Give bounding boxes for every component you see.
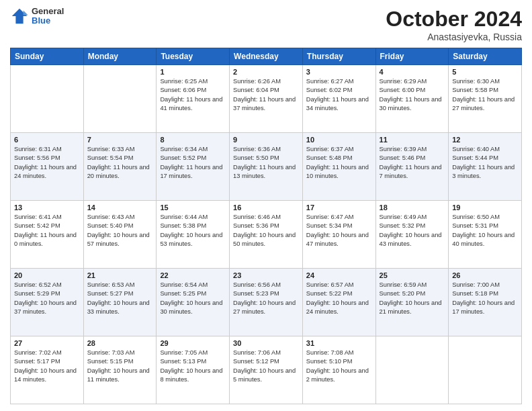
calendar-cell: 15Sunrise: 6:44 AM Sunset: 5:38 PM Dayli… (157, 201, 230, 269)
day-info: Sunrise: 6:43 AM Sunset: 5:40 PM Dayligh… (87, 213, 153, 249)
day-number: 10 (306, 136, 372, 144)
day-number: 7 (87, 136, 153, 144)
day-number: 1 (160, 68, 226, 76)
calendar-cell: 5Sunrise: 6:30 AM Sunset: 5:58 PM Daylig… (449, 65, 522, 133)
logo: General Blue (10, 7, 64, 26)
day-number: 12 (452, 136, 518, 144)
calendar-cell (449, 336, 522, 404)
calendar-cell: 18Sunrise: 6:49 AM Sunset: 5:32 PM Dayli… (375, 201, 449, 269)
calendar-cell: 20Sunrise: 6:52 AM Sunset: 5:29 PM Dayli… (11, 269, 84, 336)
calendar-cell: 27Sunrise: 7:02 AM Sunset: 5:17 PM Dayli… (11, 336, 84, 404)
day-info: Sunrise: 6:25 AM Sunset: 6:06 PM Dayligh… (160, 77, 226, 113)
calendar-week-4: 20Sunrise: 6:52 AM Sunset: 5:29 PM Dayli… (11, 269, 522, 336)
day-info: Sunrise: 7:08 AM Sunset: 5:10 PM Dayligh… (306, 349, 372, 385)
day-number: 4 (380, 68, 445, 76)
day-info: Sunrise: 6:26 AM Sunset: 6:04 PM Dayligh… (233, 77, 299, 113)
weekday-header-thursday: Thursday (302, 48, 375, 65)
day-info: Sunrise: 6:36 AM Sunset: 5:50 PM Dayligh… (233, 145, 299, 181)
day-info: Sunrise: 6:53 AM Sunset: 5:27 PM Dayligh… (87, 281, 153, 317)
calendar-cell: 4Sunrise: 6:29 AM Sunset: 6:00 PM Daylig… (375, 65, 449, 133)
calendar-cell: 17Sunrise: 6:47 AM Sunset: 5:34 PM Dayli… (302, 201, 375, 269)
calendar-week-5: 27Sunrise: 7:02 AM Sunset: 5:17 PM Dayli… (11, 336, 522, 404)
title-location: Anastasiyevka, Russia (386, 32, 522, 42)
calendar-cell: 10Sunrise: 6:37 AM Sunset: 5:48 PM Dayli… (302, 133, 375, 201)
weekday-header-sunday: Sunday (11, 48, 84, 65)
calendar-cell: 7Sunrise: 6:33 AM Sunset: 5:54 PM Daylig… (83, 133, 157, 201)
calendar-cell: 9Sunrise: 6:36 AM Sunset: 5:50 PM Daylig… (230, 133, 303, 201)
weekday-header-row: SundayMondayTuesdayWednesdayThursdayFrid… (11, 48, 522, 65)
day-info: Sunrise: 7:03 AM Sunset: 5:15 PM Dayligh… (87, 349, 153, 385)
day-number: 22 (160, 271, 226, 279)
day-number: 2 (233, 68, 299, 76)
day-number: 13 (14, 203, 80, 212)
calendar-cell: 19Sunrise: 6:50 AM Sunset: 5:31 PM Dayli… (449, 201, 522, 269)
weekday-header-tuesday: Tuesday (157, 48, 230, 65)
logo-general-text: General (32, 7, 64, 16)
calendar-cell: 25Sunrise: 6:59 AM Sunset: 5:20 PM Dayli… (375, 269, 449, 336)
calendar-week-3: 13Sunrise: 6:41 AM Sunset: 5:42 PM Dayli… (11, 201, 522, 269)
calendar-cell: 24Sunrise: 6:57 AM Sunset: 5:22 PM Dayli… (302, 269, 375, 336)
calendar-cell: 29Sunrise: 7:05 AM Sunset: 5:13 PM Dayli… (157, 336, 230, 404)
logo-blue-text: Blue (32, 16, 64, 26)
calendar-cell: 23Sunrise: 6:56 AM Sunset: 5:23 PM Dayli… (230, 269, 303, 336)
calendar-cell (11, 65, 84, 133)
day-number: 14 (87, 203, 153, 212)
day-number: 15 (160, 203, 226, 212)
calendar-cell: 21Sunrise: 6:53 AM Sunset: 5:27 PM Dayli… (83, 269, 157, 336)
calendar-cell: 11Sunrise: 6:39 AM Sunset: 5:46 PM Dayli… (375, 133, 449, 201)
title-month: October 2024 (386, 7, 522, 32)
day-info: Sunrise: 6:50 AM Sunset: 5:31 PM Dayligh… (452, 213, 518, 249)
svg-marker-0 (12, 9, 27, 24)
calendar-cell: 28Sunrise: 7:03 AM Sunset: 5:15 PM Dayli… (83, 336, 157, 404)
day-info: Sunrise: 6:52 AM Sunset: 5:29 PM Dayligh… (14, 281, 80, 317)
day-number: 21 (87, 271, 153, 279)
day-number: 18 (380, 203, 445, 212)
calendar-body: 1Sunrise: 6:25 AM Sunset: 6:06 PM Daylig… (11, 65, 522, 404)
calendar-cell: 2Sunrise: 6:26 AM Sunset: 6:04 PM Daylig… (230, 65, 303, 133)
weekday-header-saturday: Saturday (449, 48, 522, 65)
day-number: 25 (380, 271, 445, 279)
day-info: Sunrise: 6:57 AM Sunset: 5:22 PM Dayligh… (306, 281, 372, 317)
day-info: Sunrise: 6:29 AM Sunset: 6:00 PM Dayligh… (380, 77, 445, 113)
day-info: Sunrise: 6:46 AM Sunset: 5:36 PM Dayligh… (233, 213, 299, 249)
calendar-week-1: 1Sunrise: 6:25 AM Sunset: 6:06 PM Daylig… (11, 65, 522, 133)
header: General Blue October 2024 Anastasiyevka,… (10, 7, 522, 42)
day-number: 27 (14, 339, 80, 347)
day-info: Sunrise: 6:40 AM Sunset: 5:44 PM Dayligh… (452, 145, 518, 181)
day-number: 6 (14, 136, 80, 144)
weekday-header-monday: Monday (83, 48, 157, 65)
weekday-header-wednesday: Wednesday (230, 48, 303, 65)
calendar-cell: 16Sunrise: 6:46 AM Sunset: 5:36 PM Dayli… (230, 201, 303, 269)
page: General Blue October 2024 Anastasiyevka,… (0, 0, 532, 411)
calendar-cell: 30Sunrise: 7:06 AM Sunset: 5:12 PM Dayli… (230, 336, 303, 404)
day-info: Sunrise: 7:05 AM Sunset: 5:13 PM Dayligh… (160, 349, 226, 385)
day-number: 19 (452, 203, 518, 212)
day-info: Sunrise: 6:56 AM Sunset: 5:23 PM Dayligh… (233, 281, 299, 317)
day-info: Sunrise: 6:49 AM Sunset: 5:32 PM Dayligh… (380, 213, 445, 249)
day-number: 28 (87, 339, 153, 347)
day-info: Sunrise: 6:47 AM Sunset: 5:34 PM Dayligh… (306, 213, 372, 249)
day-info: Sunrise: 6:33 AM Sunset: 5:54 PM Dayligh… (87, 145, 153, 181)
calendar-cell: 14Sunrise: 6:43 AM Sunset: 5:40 PM Dayli… (83, 201, 157, 269)
day-number: 11 (380, 136, 445, 144)
day-number: 26 (452, 271, 518, 279)
title-block: October 2024 Anastasiyevka, Russia (386, 7, 522, 42)
day-number: 8 (160, 136, 226, 144)
calendar-header: SundayMondayTuesdayWednesdayThursdayFrid… (11, 48, 522, 65)
day-number: 20 (14, 271, 80, 279)
day-info: Sunrise: 6:31 AM Sunset: 5:56 PM Dayligh… (14, 145, 80, 181)
day-info: Sunrise: 6:44 AM Sunset: 5:38 PM Dayligh… (160, 213, 226, 249)
day-number: 17 (306, 203, 372, 212)
day-info: Sunrise: 6:54 AM Sunset: 5:25 PM Dayligh… (160, 281, 226, 317)
day-info: Sunrise: 7:06 AM Sunset: 5:12 PM Dayligh… (233, 349, 299, 385)
day-info: Sunrise: 6:39 AM Sunset: 5:46 PM Dayligh… (380, 145, 445, 181)
calendar: SundayMondayTuesdayWednesdayThursdayFrid… (10, 48, 522, 404)
calendar-cell (83, 65, 157, 133)
day-number: 23 (233, 271, 299, 279)
calendar-week-2: 6Sunrise: 6:31 AM Sunset: 5:56 PM Daylig… (11, 133, 522, 201)
calendar-cell: 1Sunrise: 6:25 AM Sunset: 6:06 PM Daylig… (157, 65, 230, 133)
day-number: 9 (233, 136, 299, 144)
day-number: 24 (306, 271, 372, 279)
calendar-cell: 22Sunrise: 6:54 AM Sunset: 5:25 PM Dayli… (157, 269, 230, 336)
day-info: Sunrise: 6:41 AM Sunset: 5:42 PM Dayligh… (14, 213, 80, 249)
